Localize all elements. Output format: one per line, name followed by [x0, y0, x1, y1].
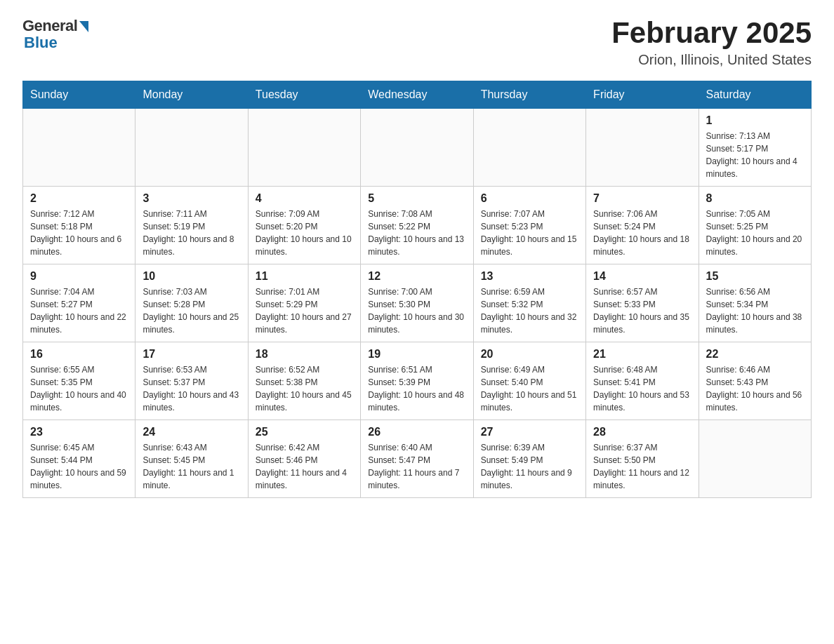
- weekday-header-row: SundayMondayTuesdayWednesdayThursdayFrid…: [23, 81, 812, 109]
- weekday-header-sunday: Sunday: [23, 81, 135, 109]
- day-number: 18: [256, 348, 353, 361]
- day-number: 25: [256, 426, 353, 438]
- day-info: Sunrise: 7:08 AMSunset: 5:22 PMDaylight:…: [368, 208, 465, 258]
- calendar-cell: [699, 420, 811, 498]
- day-number: 6: [481, 192, 578, 205]
- calendar-week-row: 2Sunrise: 7:12 AMSunset: 5:18 PMDaylight…: [23, 187, 812, 264]
- day-number: 2: [30, 192, 128, 205]
- day-number: 20: [481, 348, 578, 361]
- calendar-cell: 2Sunrise: 7:12 AMSunset: 5:18 PMDaylight…: [23, 187, 135, 264]
- calendar-week-row: 9Sunrise: 7:04 AMSunset: 5:27 PMDaylight…: [23, 264, 812, 342]
- calendar-cell: 20Sunrise: 6:49 AMSunset: 5:40 PMDayligh…: [473, 342, 585, 420]
- day-number: 16: [30, 348, 128, 361]
- day-info: Sunrise: 7:00 AMSunset: 5:30 PMDaylight:…: [368, 286, 465, 336]
- calendar-cell: [586, 109, 699, 187]
- day-number: 4: [256, 192, 353, 205]
- weekday-header-saturday: Saturday: [699, 81, 811, 109]
- day-info: Sunrise: 7:01 AMSunset: 5:29 PMDaylight:…: [256, 286, 353, 336]
- calendar-cell: 22Sunrise: 6:46 AMSunset: 5:43 PMDayligh…: [699, 342, 811, 420]
- calendar-title: February 2025: [611, 17, 812, 49]
- day-info: Sunrise: 7:06 AMSunset: 5:24 PMDaylight:…: [593, 208, 691, 258]
- weekday-header-friday: Friday: [586, 81, 699, 109]
- day-number: 28: [593, 426, 691, 438]
- calendar-cell: [135, 109, 248, 187]
- calendar-cell: 18Sunrise: 6:52 AMSunset: 5:38 PMDayligh…: [248, 342, 360, 420]
- day-number: 10: [143, 270, 240, 283]
- calendar-cell: 24Sunrise: 6:43 AMSunset: 5:45 PMDayligh…: [135, 420, 248, 498]
- calendar-cell: 23Sunrise: 6:45 AMSunset: 5:44 PMDayligh…: [23, 420, 135, 498]
- weekday-header-tuesday: Tuesday: [248, 81, 360, 109]
- day-number: 26: [368, 426, 465, 438]
- calendar-body: 1Sunrise: 7:13 AMSunset: 5:17 PMDaylight…: [23, 109, 812, 498]
- calendar-cell: [473, 109, 585, 187]
- calendar-cell: 9Sunrise: 7:04 AMSunset: 5:27 PMDaylight…: [23, 264, 135, 342]
- page-header: General Blue February 2025 Orion, Illino…: [22, 17, 812, 68]
- day-number: 17: [143, 348, 240, 361]
- day-number: 9: [30, 270, 128, 283]
- day-info: Sunrise: 7:03 AMSunset: 5:28 PMDaylight:…: [143, 286, 240, 336]
- calendar-week-row: 1Sunrise: 7:13 AMSunset: 5:17 PMDaylight…: [23, 109, 812, 187]
- calendar-cell: 14Sunrise: 6:57 AMSunset: 5:33 PMDayligh…: [586, 264, 699, 342]
- day-number: 1: [706, 114, 804, 127]
- day-info: Sunrise: 7:12 AMSunset: 5:18 PMDaylight:…: [30, 208, 128, 258]
- calendar-week-row: 23Sunrise: 6:45 AMSunset: 5:44 PMDayligh…: [23, 420, 812, 498]
- weekday-header-wednesday: Wednesday: [361, 81, 473, 109]
- calendar-cell: 1Sunrise: 7:13 AMSunset: 5:17 PMDaylight…: [699, 109, 811, 187]
- calendar-cell: 5Sunrise: 7:08 AMSunset: 5:22 PMDaylight…: [361, 187, 473, 264]
- calendar-cell: 26Sunrise: 6:40 AMSunset: 5:47 PMDayligh…: [361, 420, 473, 498]
- calendar-cell: [23, 109, 135, 187]
- day-number: 24: [143, 426, 240, 438]
- day-info: Sunrise: 7:04 AMSunset: 5:27 PMDaylight:…: [30, 286, 128, 336]
- calendar-cell: 10Sunrise: 7:03 AMSunset: 5:28 PMDayligh…: [135, 264, 248, 342]
- calendar-cell: 3Sunrise: 7:11 AMSunset: 5:19 PMDaylight…: [135, 187, 248, 264]
- calendar-cell: 25Sunrise: 6:42 AMSunset: 5:46 PMDayligh…: [248, 420, 360, 498]
- day-number: 12: [368, 270, 465, 283]
- calendar-cell: 6Sunrise: 7:07 AMSunset: 5:23 PMDaylight…: [473, 187, 585, 264]
- day-info: Sunrise: 7:07 AMSunset: 5:23 PMDaylight:…: [481, 208, 578, 258]
- calendar-cell: 27Sunrise: 6:39 AMSunset: 5:49 PMDayligh…: [473, 420, 585, 498]
- day-number: 23: [30, 426, 128, 438]
- day-info: Sunrise: 6:55 AMSunset: 5:35 PMDaylight:…: [30, 363, 128, 414]
- calendar-table: SundayMondayTuesdayWednesdayThursdayFrid…: [22, 81, 812, 498]
- calendar-cell: 8Sunrise: 7:05 AMSunset: 5:25 PMDaylight…: [699, 187, 811, 264]
- day-info: Sunrise: 6:53 AMSunset: 5:37 PMDaylight:…: [143, 363, 240, 414]
- calendar-week-row: 16Sunrise: 6:55 AMSunset: 5:35 PMDayligh…: [23, 342, 812, 420]
- logo-arrow-icon: [79, 21, 88, 32]
- day-number: 22: [706, 348, 804, 361]
- day-info: Sunrise: 6:59 AMSunset: 5:32 PMDaylight:…: [481, 286, 578, 336]
- day-number: 15: [706, 270, 804, 283]
- day-number: 7: [593, 192, 691, 205]
- day-info: Sunrise: 6:51 AMSunset: 5:39 PMDaylight:…: [368, 363, 465, 414]
- day-number: 27: [481, 426, 578, 438]
- day-number: 21: [593, 348, 691, 361]
- calendar-cell: 13Sunrise: 6:59 AMSunset: 5:32 PMDayligh…: [473, 264, 585, 342]
- day-number: 8: [706, 192, 804, 205]
- title-block: February 2025 Orion, Illinois, United St…: [611, 17, 812, 68]
- day-info: Sunrise: 6:37 AMSunset: 5:50 PMDaylight:…: [593, 441, 691, 492]
- logo: General Blue: [22, 17, 88, 52]
- day-info: Sunrise: 6:57 AMSunset: 5:33 PMDaylight:…: [593, 286, 691, 336]
- calendar-cell: 21Sunrise: 6:48 AMSunset: 5:41 PMDayligh…: [586, 342, 699, 420]
- day-number: 13: [481, 270, 578, 283]
- day-number: 11: [256, 270, 353, 283]
- day-info: Sunrise: 6:56 AMSunset: 5:34 PMDaylight:…: [706, 286, 804, 336]
- day-info: Sunrise: 6:42 AMSunset: 5:46 PMDaylight:…: [256, 441, 353, 492]
- day-number: 19: [368, 348, 465, 361]
- day-info: Sunrise: 6:52 AMSunset: 5:38 PMDaylight:…: [256, 363, 353, 414]
- day-info: Sunrise: 6:45 AMSunset: 5:44 PMDaylight:…: [30, 441, 128, 492]
- calendar-cell: 7Sunrise: 7:06 AMSunset: 5:24 PMDaylight…: [586, 187, 699, 264]
- calendar-cell: 4Sunrise: 7:09 AMSunset: 5:20 PMDaylight…: [248, 187, 360, 264]
- weekday-header-monday: Monday: [135, 81, 248, 109]
- day-info: Sunrise: 6:40 AMSunset: 5:47 PMDaylight:…: [368, 441, 465, 492]
- day-info: Sunrise: 6:39 AMSunset: 5:49 PMDaylight:…: [481, 441, 578, 492]
- day-number: 14: [593, 270, 691, 283]
- calendar-cell: [248, 109, 360, 187]
- day-number: 3: [143, 192, 240, 205]
- calendar-cell: [361, 109, 473, 187]
- day-info: Sunrise: 7:09 AMSunset: 5:20 PMDaylight:…: [256, 208, 353, 258]
- calendar-cell: 15Sunrise: 6:56 AMSunset: 5:34 PMDayligh…: [699, 264, 811, 342]
- weekday-header-thursday: Thursday: [473, 81, 585, 109]
- calendar-cell: 17Sunrise: 6:53 AMSunset: 5:37 PMDayligh…: [135, 342, 248, 420]
- calendar-cell: 11Sunrise: 7:01 AMSunset: 5:29 PMDayligh…: [248, 264, 360, 342]
- calendar-header: SundayMondayTuesdayWednesdayThursdayFrid…: [23, 81, 812, 109]
